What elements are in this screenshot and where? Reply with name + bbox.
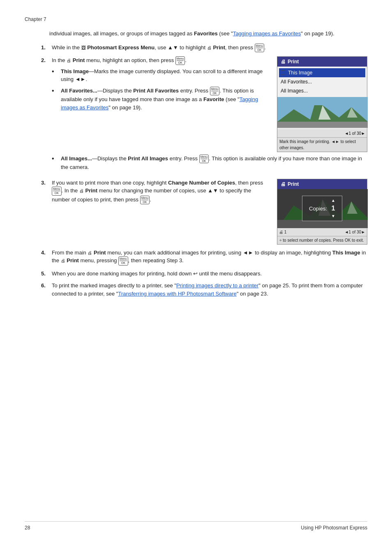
print-screenshot-1: 🖨 Print This Image All Favorites... [277,56,367,153]
step-2-print-label: Print [73,57,85,63]
print-screen-title-text-1: Print [288,58,299,65]
print-screen-widget-1: 🖨 Print This Image All Favorites... [277,56,367,153]
print-screenshot-2: 🖨 Print [277,179,367,245]
chapter-label: Chapter 7 [25,16,46,22]
step-2-content: In the 🖨 Print menu, highlight an option… [52,56,367,175]
intro-text-page: " on page 19). [301,30,334,37]
bullet-this-image-text: This Image—Marks the image currently dis… [61,67,269,83]
photosmart-icon: 🖼 [81,45,86,50]
copies-label: Copies: [309,205,327,213]
step-5-content: When you are done marking images for pri… [52,270,367,278]
bullet-this-image: • This Image—Marks the image currently d… [52,67,269,83]
copies-screen-nav: 🖨 1 ◄1 of 30► [277,228,367,236]
step-2-text: In the 🖨 Print menu, highlight an option… [52,56,269,115]
step-1-number: 1. [41,44,48,52]
copies-box: Copies: ▲ 1 ▼ [302,196,342,221]
step-5: 5. When you are done marking images for … [41,270,367,278]
bullet-dot-3: • [52,154,58,171]
step-2-number: 2. [41,56,48,175]
print-screen-printer-icon: 🖨 [281,58,286,65]
step-4-print-label: Print [94,250,106,256]
tagging-favorites-link-intro[interactable]: Tagging images as Favorites [233,30,301,37]
step-4-print-label-2: Print [67,257,79,263]
nav-page-count-1: ◄1 of 30► [345,130,365,136]
print-icon-1: 🖨 [207,45,212,50]
copies-footer-text: ÷ to select number of copies. Press OK t… [279,238,364,243]
bullet-dot-1: • [52,67,58,83]
print-screen-body-1: This Image All Favorites... All Images..… [277,67,367,97]
step-2-bullets-2: • All Images...—Displays the Print All I… [52,155,367,171]
step-1-print-label: Print [213,44,225,51]
copies-title-text: Print [288,180,299,188]
copies-overlay: Copies: ▲ 1 ▼ [302,189,342,228]
bullet-dot-2: • [52,86,58,111]
page-footer: 28 Using HP Photosmart Express [25,521,367,531]
print-icon-3: 🖨 [79,188,84,193]
print-menu-item-label-2: All Favorites... [281,78,312,85]
menu-ok-5: MenuOK [52,187,62,195]
page: Chapter 7 individual images, all images,… [0,0,392,326]
menu-ok-4: MenuOK [199,155,209,163]
menu-ok-6: MenuOK [140,196,150,204]
tagging-favorites-link-bullet[interactable]: Tagging images as Favorites [61,96,258,111]
copies-value: 1 [331,203,335,213]
checkbox-this-image [281,70,285,75]
print-menu-this-image: This Image [279,68,365,77]
menu-ok-2: MenuOK [175,56,185,65]
step-3-number: 3. [41,179,48,245]
intro-paragraph: individual images, all images, or groups… [49,30,367,38]
step-4-content: From the main 🖨 Print menu, you can mark… [52,249,367,266]
step-4-this-image: This Image [332,250,360,256]
bullet-all-favorites: • All Favorites...—Displays the Print Al… [52,87,269,111]
step-2-bullets: • This Image—Marks the image currently d… [52,67,269,111]
page-section: Using HP Photosmart Express [301,525,367,531]
copies-arrow-up[interactable]: ▲ [331,199,335,203]
print-screen-title-1: 🖨 Print [277,57,367,67]
intro-text-see: (see " [218,30,233,37]
step-3-print-label: Print [85,187,98,194]
menu-ok-1: MenuOK [255,44,265,52]
copies-screen-footer: ÷ to select number of copies. Press OK t… [277,236,367,244]
copies-nav-count: ◄1 of 30► [345,229,365,235]
print-menu-item-label-3: All Images... [281,87,308,95]
copies-screen-widget: 🖨 Print [277,179,367,245]
step-3-row: If you want to print more than one copy,… [52,179,367,245]
step-1: 1. While in the 🖼 Photosmart Express Men… [41,44,367,52]
step-3: 3. If you want to print more than one co… [41,179,367,245]
step-3-change-copies: Change Number of Copies [168,180,235,186]
step-6: 6. To print the marked images directly t… [41,282,367,298]
copies-screen-body: Copies: ▲ 1 ▼ [277,189,367,228]
copies-arrows: ▲ 1 ▼ [331,199,335,218]
step-1-content: While in the 🖼 Photosmart Express Menu, … [52,44,367,52]
intro-bold-word: Favorites [194,30,218,37]
copies-screen-title: 🖨 Print [277,179,367,189]
step-3-content: If you want to print more than one copy,… [52,179,367,245]
step-6-content: To print the marked images directly to a… [52,282,367,298]
step-4-number: 4. [41,249,48,266]
step-4: 4. From the main 🖨 Print menu, you can m… [41,249,367,266]
svg-rect-5 [277,122,368,128]
step-2-row: In the 🖨 Print menu, highlight an option… [52,56,367,153]
mountain-landscape-1 [277,97,368,128]
bullet-all-favorites-text: All Favorites...—Displays the Print All … [61,87,269,111]
chapter-header: Chapter 7 [25,16,367,22]
print-icon-2: 🖨 [67,58,71,63]
bullet-all-images-text: All Images...—Displays the Print All Ima… [61,155,367,171]
page-number: 28 [25,525,30,531]
print-icon-5: 🖨 [61,258,65,263]
print-icon-4: 🖨 [88,250,92,255]
print-screen-footer-1: Mark this image for printing. ◄► to sele… [277,137,367,152]
copies-arrow-down[interactable]: ▼ [331,214,335,218]
bullet-all-images: • All Images...—Displays the Print All I… [52,155,367,171]
printing-directly-link[interactable]: Printing images directly to a printer [176,282,258,289]
print-menu-all-images: All Images... [281,86,364,95]
transferring-images-link[interactable]: Transferring images with HP Photosmart S… [118,291,236,297]
menu-ok-7: MenuOK [118,256,128,265]
print-screen-image-area: ◄1 of 30► [277,97,367,138]
step-1-menu-name: Photosmart Express Menu [87,44,154,51]
steps-list: 1. While in the 🖼 Photosmart Express Men… [41,44,367,298]
print-screen-nav-1: ◄1 of 30► [277,129,367,137]
step-2: 2. In the 🖨 Print menu, highlight an opt… [41,56,367,175]
step-3-text: If you want to print more than one copy,… [52,179,269,204]
step-6-number: 6. [41,282,48,298]
